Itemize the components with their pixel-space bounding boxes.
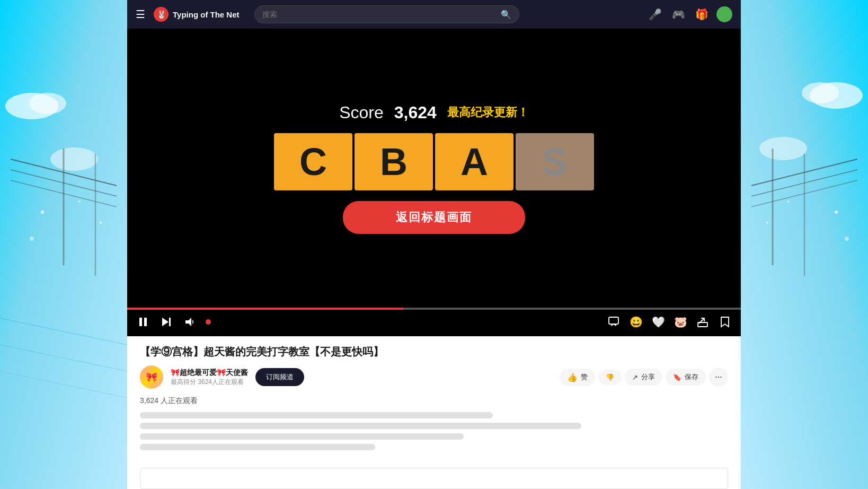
gift-icon-button[interactable]: 🎁 <box>693 6 710 23</box>
svg-marker-33 <box>185 318 191 326</box>
share-label: 分享 <box>641 372 655 382</box>
grade-b-box: B <box>355 133 433 190</box>
svg-point-26 <box>787 200 790 203</box>
nav-right-controls: 🎤 🎮 🎁 <box>646 6 732 23</box>
skeleton-line-1 <box>140 412 493 418</box>
pause-button[interactable] <box>136 315 150 329</box>
action-buttons: 👍 赞 👎 ↗ 分享 🔖 保存 ··· <box>560 368 728 387</box>
skeleton-line-4 <box>140 444 375 450</box>
svg-rect-30 <box>144 318 147 326</box>
channel-name: 🎀超绝最可爱🎀天使酱 <box>171 368 248 378</box>
svg-rect-29 <box>139 318 142 326</box>
like-label: 赞 <box>581 372 588 382</box>
logo-icon: 🐰 <box>154 7 169 22</box>
grade-c-box: C <box>274 133 352 190</box>
share-icon: ↗ <box>632 373 638 381</box>
progress-bar-fill <box>127 308 403 310</box>
channel-info: 🎀超绝最可爱🎀天使酱 最高得分 3624人正在观看 <box>171 368 248 387</box>
channel-row: 🎀 🎀超绝最可爱🎀天使酱 最高得分 3624人正在观看 订阅频道 👍 赞 👎 ↗… <box>140 365 728 389</box>
search-icon[interactable]: 🔍 <box>501 10 511 20</box>
dislike-icon: 👎 <box>606 373 614 381</box>
score-line: Score 3,624 最高纪录更新！ <box>339 103 529 123</box>
svg-point-12 <box>100 222 102 224</box>
share-button[interactable]: ↗ 分享 <box>625 369 662 386</box>
channel-avatar[interactable]: 🎀 <box>140 365 163 389</box>
svg-rect-34 <box>609 317 618 324</box>
svg-point-10 <box>78 200 81 203</box>
like-icon-btn[interactable]: 🤍 <box>651 315 666 329</box>
channel-viewers: 最高得分 3624人正在观看 <box>171 378 248 387</box>
search-input[interactable] <box>262 10 501 19</box>
comment-icon-btn[interactable] <box>606 315 621 329</box>
svg-point-11 <box>30 237 34 241</box>
svg-point-2 <box>29 93 66 114</box>
video-controls: 😀 🤍 🐷 <box>127 308 741 336</box>
progress-bar-container[interactable] <box>127 308 741 310</box>
subscribe-button[interactable]: 订阅频道 <box>255 368 304 386</box>
grade-s-box: S <box>516 133 594 190</box>
score-value: 3,624 <box>394 103 437 123</box>
info-panel: 【学⑨宫格】超天酱的完美打字教室【不是更快吗】 🎀 🎀超绝最可爱🎀天使酱 最高得… <box>127 336 741 489</box>
user-avatar[interactable] <box>716 6 732 22</box>
viewers-count: 3,624 人正在观看 <box>140 396 728 406</box>
svg-point-3 <box>50 147 98 171</box>
comment-skeleton <box>140 412 728 450</box>
svg-point-28 <box>766 222 768 224</box>
navbar: ☰ 🐰 Typing of The Net 🔍 🎤 🎮 🎁 <box>127 0 741 29</box>
app-title: Typing of The Net <box>173 10 240 19</box>
return-button[interactable]: 返回标题画面 <box>343 201 525 234</box>
like-button[interactable]: 👍 赞 <box>560 369 595 386</box>
background-right <box>741 0 868 489</box>
save-button[interactable]: 🔖 保存 <box>666 369 706 386</box>
gaming-icon-button[interactable]: 🎮 <box>670 6 687 23</box>
pig-icon-btn[interactable]: 🐷 <box>673 315 688 329</box>
volume-button[interactable] <box>182 315 197 329</box>
search-bar: 🔍 <box>254 5 519 23</box>
svg-rect-32 <box>169 318 171 326</box>
svg-point-25 <box>835 211 838 214</box>
svg-point-18 <box>802 82 839 103</box>
skeleton-line-3 <box>140 433 464 440</box>
menu-icon[interactable]: ☰ <box>136 8 145 21</box>
video-player: Score 3,624 最高纪录更新！ C B A S 返回标题画面 <box>127 29 741 336</box>
controls-right: 😀 🤍 🐷 <box>606 315 732 329</box>
bookmark-icon-btn[interactable] <box>718 315 732 329</box>
emoji-icon-btn[interactable]: 😀 <box>628 315 643 329</box>
svg-point-9 <box>41 211 44 214</box>
more-options-button[interactable]: ··· <box>709 368 728 387</box>
logo[interactable]: 🐰 Typing of The Net <box>154 7 240 22</box>
game-result-overlay: Score 3,624 最高纪录更新！ C B A S 返回标题画面 <box>127 29 741 308</box>
controls-left <box>136 315 211 329</box>
save-icon: 🔖 <box>673 373 681 381</box>
next-button[interactable] <box>159 315 174 329</box>
grade-row: C B A S <box>274 133 594 190</box>
save-label: 保存 <box>685 372 698 382</box>
dislike-button[interactable]: 👎 <box>598 370 622 385</box>
channel-avatar-image: 🎀 <box>140 365 163 389</box>
grade-a-box: A <box>435 133 513 190</box>
record-text: 最高纪录更新！ <box>447 104 529 120</box>
svg-marker-31 <box>162 318 169 326</box>
score-label: Score <box>339 103 384 123</box>
background-left <box>0 0 127 489</box>
svg-point-27 <box>845 237 849 241</box>
mic-button[interactable]: 🎤 <box>646 6 663 23</box>
like-icon: 👍 <box>567 372 578 382</box>
volume-dot <box>206 319 211 325</box>
skeleton-line-2 <box>140 423 581 429</box>
share-icon-btn[interactable] <box>695 315 710 329</box>
svg-point-19 <box>759 137 807 160</box>
comment-input-area[interactable] <box>140 468 728 489</box>
video-title: 【学⑨宫格】超天酱的完美打字教室【不是更快吗】 <box>140 345 728 359</box>
